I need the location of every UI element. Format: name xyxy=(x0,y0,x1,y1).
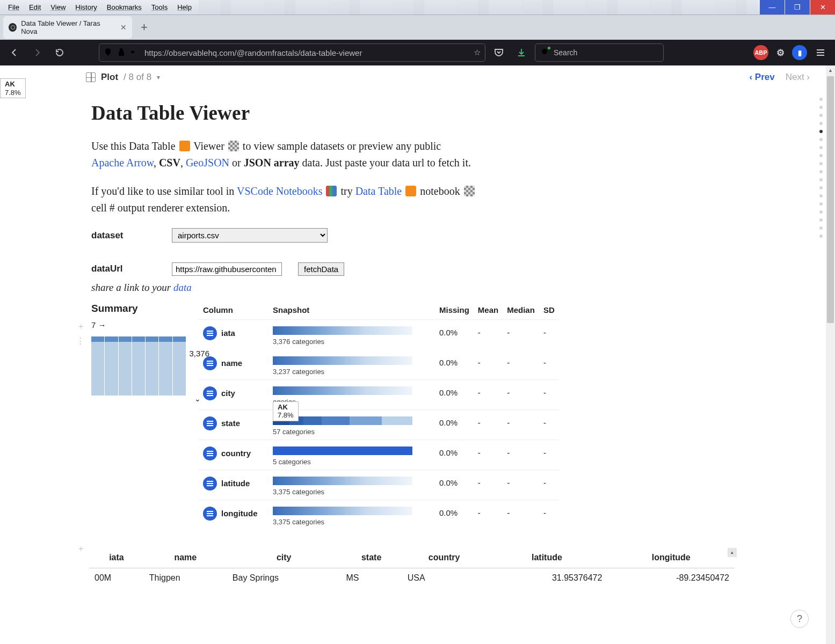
snapshot-bar[interactable] xyxy=(273,447,412,455)
text: try xyxy=(338,185,355,197)
search-bar[interactable]: Search xyxy=(535,43,664,62)
link-vscode-notebooks[interactable]: VSCode Notebooks xyxy=(237,185,322,197)
permissions-icon[interactable] xyxy=(130,48,139,58)
downloads-icon[interactable] xyxy=(512,43,531,62)
snapshot-bar[interactable] xyxy=(273,356,412,365)
cell-mean: - xyxy=(474,320,503,350)
snapshot-bar[interactable]: AK7.8% xyxy=(273,416,412,425)
menu-help[interactable]: Help xyxy=(172,2,197,13)
snapshot-bar[interactable] xyxy=(273,507,412,515)
data-th[interactable]: country xyxy=(402,548,487,568)
data-th[interactable]: city xyxy=(227,548,341,568)
notebook-article: Data Table Viewer Use this Data Table Vi… xyxy=(0,89,826,588)
window-minimize-button[interactable]: — xyxy=(760,0,785,14)
fetch-data-button[interactable]: fetchData xyxy=(298,262,344,276)
pocket-icon[interactable] xyxy=(490,43,508,62)
dataurl-input[interactable] xyxy=(172,262,282,276)
browser-tab[interactable]: Data Table Viewer / Taras Nova ✕ xyxy=(3,16,132,39)
link-geojson[interactable]: GeoJSON xyxy=(186,157,229,169)
text-json-array: JSON array xyxy=(244,157,300,169)
snapshot-bar[interactable] xyxy=(273,386,412,395)
data-th[interactable]: state xyxy=(341,548,402,568)
scrollbar-up-icon[interactable]: ▲ xyxy=(826,65,835,75)
cell-drag-handle-icon[interactable]: ⋮ xyxy=(76,335,84,347)
page-scrollbar[interactable]: ▲ xyxy=(826,65,835,644)
nav-reload-button[interactable] xyxy=(50,43,69,62)
snapshot-sub: 3,376 categories xyxy=(273,336,431,347)
data-th[interactable]: name xyxy=(144,548,227,568)
snapshot-tooltip: AK7.8% xyxy=(273,401,299,421)
plot-label: Plot xyxy=(101,72,118,83)
link-apache-arrow[interactable]: Apache Arrow xyxy=(91,157,154,169)
data-th[interactable]: latitude xyxy=(486,548,607,568)
snapshot-bar[interactable] xyxy=(273,326,412,335)
window-close-button[interactable]: ✕ xyxy=(810,0,835,14)
data-th[interactable]: iata xyxy=(89,548,144,568)
hamburger-menu-button[interactable] xyxy=(811,43,830,62)
nav-back-button[interactable] xyxy=(5,43,24,62)
cell-sd: - xyxy=(539,470,559,500)
column-name: state xyxy=(221,419,240,428)
cell-sd: - xyxy=(539,500,559,530)
scrollbar-thumb[interactable] xyxy=(827,76,834,323)
menu-history[interactable]: History xyxy=(70,2,101,13)
data-td: Thigpen xyxy=(144,568,227,588)
cell-sd: - xyxy=(539,320,559,350)
link-data[interactable]: data xyxy=(173,282,192,293)
column-type-icon xyxy=(203,386,217,400)
menu-view[interactable]: View xyxy=(46,2,70,13)
data-th[interactable]: longitude xyxy=(607,548,735,568)
menu-bookmarks[interactable]: Bookmarks xyxy=(102,2,147,13)
cell-add-icon[interactable]: + xyxy=(78,320,84,334)
extension-abp-icon[interactable]: ABP xyxy=(753,45,768,60)
cell-missing: 0.0% xyxy=(435,350,474,380)
extension-camera-icon[interactable]: ▮ xyxy=(792,45,807,60)
os-menubar: File Edit View History Bookmarks Tools H… xyxy=(0,0,197,14)
menu-file[interactable]: File xyxy=(3,2,24,13)
url-bar[interactable]: https://observablehq.com/@randomfractals… xyxy=(99,43,485,62)
text: If you'd like to use similar tool in xyxy=(91,185,237,197)
lock-icon[interactable] xyxy=(118,48,125,58)
cell-missing: 0.0% xyxy=(435,440,474,470)
column-type-icon xyxy=(203,447,217,460)
dataset-select[interactable]: airports.csv xyxy=(172,228,328,243)
cell-median: - xyxy=(503,409,539,440)
os-titlebar: File Edit View History Bookmarks Tools H… xyxy=(0,0,835,15)
next-button[interactable]: Next › xyxy=(786,72,810,83)
menu-tools[interactable]: Tools xyxy=(147,2,172,13)
text: notebook xyxy=(417,185,460,197)
tab-title: Data Table Viewer / Taras Nova xyxy=(21,19,114,35)
data-table-scrollbar[interactable]: ▴ xyxy=(728,548,737,588)
cell-mean: - xyxy=(474,470,503,500)
books-emoji-icon xyxy=(326,186,337,196)
tab-close-button[interactable]: ✕ xyxy=(120,23,127,32)
help-button[interactable]: ? xyxy=(790,610,809,628)
chevron-down-icon[interactable]: ▾ xyxy=(157,74,160,81)
window-maximize-button[interactable]: ❐ xyxy=(785,0,810,14)
column-name: iata xyxy=(221,329,235,338)
new-tab-button[interactable]: + xyxy=(136,20,152,34)
summary-tick: ⌄ xyxy=(194,393,201,405)
dataurl-label: dataUrl xyxy=(91,262,156,276)
grid-emoji-icon xyxy=(464,186,475,196)
cell-add-icon[interactable]: + xyxy=(78,542,84,556)
data-td: -89.23450472 xyxy=(607,568,735,588)
column-type-icon xyxy=(203,326,217,340)
shield-icon[interactable] xyxy=(104,48,112,58)
link-data-table[interactable]: Data Table xyxy=(355,185,402,197)
snapshot-bar[interactable] xyxy=(273,477,412,485)
snapshot-sub: 3,237 categories xyxy=(273,367,431,377)
cell-sd: - xyxy=(539,409,559,440)
minimap[interactable] xyxy=(819,98,823,238)
prev-button[interactable]: ‹ Prev xyxy=(749,72,774,83)
th-column: Column xyxy=(199,301,268,320)
extension-gear-icon[interactable]: ⚙ xyxy=(773,45,788,60)
text-csv: CSV xyxy=(159,157,180,169)
cell-sd: - xyxy=(539,379,559,409)
bookmark-star-icon[interactable]: ☆ xyxy=(474,48,481,57)
cell-missing: 0.0% xyxy=(435,379,474,409)
menu-edit[interactable]: Edit xyxy=(24,2,46,13)
nav-forward-button[interactable] xyxy=(28,43,46,62)
text: data. Just paste your data url to fetch … xyxy=(300,157,471,169)
scrollbar-up-icon[interactable]: ▴ xyxy=(728,548,737,557)
